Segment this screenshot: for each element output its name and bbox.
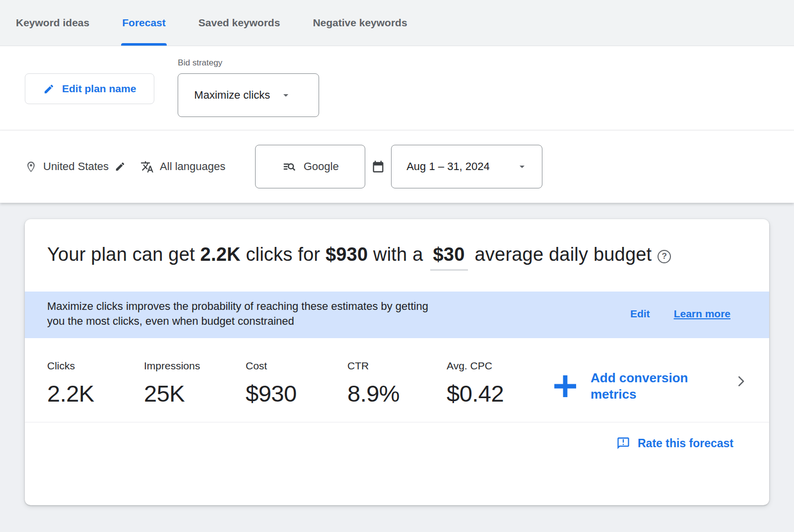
metric-impressions: Impressions 25K bbox=[144, 360, 246, 407]
chevron-right-icon[interactable] bbox=[733, 374, 748, 389]
edit-plan-name-button[interactable]: Edit plan name bbox=[25, 73, 154, 104]
feedback-icon bbox=[616, 436, 630, 450]
add-conversion-metrics-button[interactable]: Add conversion metrics bbox=[550, 370, 707, 403]
chevron-down-icon bbox=[280, 89, 292, 101]
tab-saved-keywords[interactable]: Saved keywords bbox=[198, 0, 281, 46]
metric-value: 25K bbox=[144, 380, 246, 407]
search-network-icon bbox=[282, 159, 297, 174]
forecast-card: Your plan can get 2.2K clicks for $930 w… bbox=[25, 219, 769, 505]
banner-edit-link[interactable]: Edit bbox=[630, 308, 650, 320]
banner-message-line1: Maximize clicks improves the probability… bbox=[47, 299, 428, 314]
translate-icon bbox=[140, 160, 154, 174]
bid-strategy-banner: Maximize clicks improves the probability… bbox=[25, 292, 769, 338]
headline-mid1: clicks for bbox=[241, 244, 326, 265]
headline-prefix: Your plan can get bbox=[47, 244, 200, 265]
tab-negative-keywords[interactable]: Negative keywords bbox=[312, 0, 408, 46]
bid-strategy-select[interactable]: Maximize clicks bbox=[178, 73, 319, 117]
forecast-headline: Your plan can get 2.2K clicks for $930 w… bbox=[25, 219, 769, 271]
metric-label: Clicks bbox=[47, 360, 144, 372]
metrics-row: Clicks 2.2K Impressions 25K Cost $930 CT… bbox=[25, 338, 769, 407]
tab-keyword-ideas[interactable]: Keyword ideas bbox=[15, 0, 90, 46]
rate-forecast-button[interactable]: Rate this forecast bbox=[616, 436, 733, 450]
metric-cost: Cost $930 bbox=[246, 360, 347, 407]
banner-message-line2: you the most clicks, even when budget co… bbox=[47, 314, 428, 329]
banner-learn-more-link[interactable]: Learn more bbox=[674, 308, 730, 320]
card-footer: Rate this forecast bbox=[25, 422, 769, 450]
date-range-select[interactable]: Aug 1 – 31, 2024 bbox=[391, 145, 542, 188]
metric-value: $0.42 bbox=[447, 380, 550, 407]
help-icon[interactable]: ? bbox=[658, 250, 671, 263]
headline-mid2: with a bbox=[368, 244, 423, 265]
daily-budget-editable-value[interactable]: $30 bbox=[430, 244, 468, 271]
location-filter-value: United States bbox=[43, 160, 109, 173]
metric-label: CTR bbox=[347, 360, 447, 372]
calendar-icon bbox=[371, 160, 385, 174]
language-filter[interactable]: All languages bbox=[140, 160, 225, 174]
metric-ctr: CTR 8.9% bbox=[347, 360, 447, 407]
headline-suffix: average daily budget bbox=[475, 244, 652, 265]
metric-label: Cost bbox=[246, 360, 347, 372]
metric-value: 8.9% bbox=[347, 380, 447, 407]
edit-location-pencil-icon[interactable] bbox=[115, 161, 126, 172]
tab-forecast[interactable]: Forecast bbox=[121, 0, 167, 46]
bid-strategy-group: Bid strategy Maximize clicks bbox=[178, 58, 319, 117]
rate-forecast-label: Rate this forecast bbox=[638, 437, 733, 450]
edit-plan-name-label: Edit plan name bbox=[62, 83, 136, 95]
language-filter-value: All languages bbox=[160, 160, 225, 173]
add-conversion-metrics-label: Add conversion metrics bbox=[591, 370, 707, 403]
bid-strategy-value: Maximize clicks bbox=[194, 89, 270, 102]
metric-label: Impressions bbox=[144, 360, 246, 372]
forecast-content: Your plan can get 2.2K clicks for $930 w… bbox=[0, 203, 794, 531]
metric-value: $930 bbox=[246, 380, 347, 407]
banner-message: Maximize clicks improves the probability… bbox=[47, 299, 428, 329]
metric-value: 2.2K bbox=[47, 380, 144, 407]
metric-avg-cpc: Avg. CPC $0.42 bbox=[447, 360, 550, 407]
headline-clicks: 2.2K bbox=[200, 244, 241, 265]
location-filter[interactable]: United States bbox=[25, 160, 126, 173]
filter-bar: United States All languages Google bbox=[0, 130, 794, 203]
network-select-value: Google bbox=[304, 160, 339, 173]
plan-bar: Edit plan name Bid strategy Maximize cli… bbox=[0, 46, 794, 130]
pencil-icon bbox=[43, 83, 55, 95]
bid-strategy-label: Bid strategy bbox=[178, 58, 319, 68]
headline-cost: $930 bbox=[326, 244, 368, 265]
chevron-down-icon bbox=[516, 161, 528, 173]
date-range-value: Aug 1 – 31, 2024 bbox=[406, 160, 490, 173]
metric-label: Avg. CPC bbox=[447, 360, 550, 372]
plus-icon bbox=[550, 371, 581, 402]
network-select[interactable]: Google bbox=[255, 145, 365, 188]
banner-links: Edit Learn more bbox=[630, 308, 730, 320]
keyword-plan-tabbar: Keyword ideas Forecast Saved keywords Ne… bbox=[0, 0, 794, 46]
location-pin-icon bbox=[25, 161, 37, 173]
metric-clicks: Clicks 2.2K bbox=[47, 360, 144, 407]
